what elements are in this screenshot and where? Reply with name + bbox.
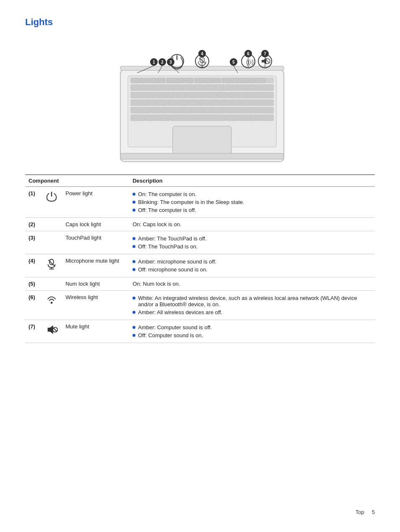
component-description: On: The computer is on.Blinking: The com…	[129, 187, 375, 218]
bullet-dot	[132, 209, 135, 212]
table-row: (3)TouchPad lightAmber: The TouchPad is …	[25, 231, 375, 254]
bullet-dot	[132, 237, 135, 240]
svg-rect-45	[131, 100, 146, 106]
component-description: Amber: The TouchPad is off.Off: The Touc…	[129, 231, 375, 254]
bullet-text: On: The computer is on.	[138, 191, 196, 197]
col-component: Component	[25, 175, 62, 187]
svg-text:7: 7	[264, 52, 266, 56]
component-number: (6)	[25, 291, 42, 320]
bullet-text: Amber: microphone sound is off.	[138, 258, 216, 265]
component-icon	[42, 218, 62, 231]
table-row: (1) Power lightOn: The computer is on.Bl…	[25, 187, 375, 218]
bullet-dot	[132, 334, 135, 337]
bullet-item: Off: microphone sound is on.	[132, 266, 371, 274]
bullet-dot	[132, 201, 135, 204]
svg-rect-36	[176, 92, 185, 98]
svg-rect-64	[204, 107, 213, 113]
laptop-diagram: ((ı)) 1 2 3 4 5 6 7	[95, 36, 305, 166]
component-description: On: Num lock is on.	[129, 277, 375, 291]
svg-point-119	[51, 302, 53, 304]
svg-text:3: 3	[169, 60, 172, 65]
svg-rect-10	[195, 78, 203, 83]
svg-line-122	[54, 328, 57, 331]
svg-rect-3	[131, 78, 138, 83]
bullet-text: Off: The computer is off.	[138, 207, 196, 213]
bullet-dot	[132, 245, 135, 248]
component-icon	[42, 231, 62, 254]
svg-rect-58	[131, 107, 150, 113]
component-number: (5)	[25, 277, 42, 291]
svg-rect-19	[141, 85, 151, 90]
svg-rect-25	[204, 85, 213, 90]
svg-rect-34	[155, 92, 164, 98]
svg-rect-62	[183, 107, 192, 113]
bullet-dot	[132, 311, 135, 314]
component-name: Microphone mute light	[62, 254, 129, 277]
components-table: Component Description (1) Power lightOn:…	[25, 174, 375, 343]
svg-rect-43	[249, 92, 273, 98]
svg-rect-79	[120, 153, 284, 159]
component-icon	[42, 320, 62, 343]
svg-rect-75	[249, 115, 258, 121]
svg-text:2: 2	[161, 60, 164, 65]
bullet-dot	[132, 268, 135, 271]
component-name: Mute light	[62, 320, 129, 343]
svg-rect-74	[239, 115, 248, 121]
footer-page: 5	[372, 509, 375, 515]
bullet-text: Blinking: The computer is in the Sleep s…	[138, 199, 244, 205]
bullet-text: Amber: Computer sound is off.	[138, 324, 212, 331]
bullet-item: Blinking: The computer is in the Sleep s…	[132, 198, 371, 206]
bullet-text: Off: microphone sound is on.	[138, 266, 208, 273]
svg-rect-71	[158, 115, 169, 121]
svg-rect-4	[140, 78, 147, 83]
component-name: Power light	[62, 187, 129, 218]
svg-rect-11	[204, 78, 211, 83]
bullet-item: Amber: The TouchPad is off.	[132, 235, 371, 243]
bullet-dot	[132, 326, 135, 329]
svg-text:((ı)): ((ı))	[246, 59, 256, 65]
table-row: (6) Wireless lightWhite: An integrated w…	[25, 291, 375, 320]
svg-rect-9	[185, 78, 192, 83]
bullet-text: Off: Computer sound is on.	[138, 332, 203, 338]
svg-rect-76	[260, 115, 273, 121]
component-description: White: An integrated wireless device, su…	[129, 291, 375, 320]
table-row: (7) Mute lightAmber: Computer sound is o…	[25, 320, 375, 343]
svg-rect-52	[210, 100, 219, 106]
svg-rect-63	[193, 107, 203, 113]
svg-rect-5	[148, 78, 156, 83]
svg-rect-29	[246, 85, 255, 90]
bullet-item: Off: The computer is off.	[132, 206, 371, 214]
svg-rect-49	[179, 100, 188, 106]
component-number: (2)	[25, 218, 42, 231]
bullet-item: White: An integrated wireless device, su…	[132, 294, 371, 308]
svg-rect-40	[218, 92, 227, 98]
component-icon	[42, 291, 62, 320]
svg-text:4: 4	[201, 52, 203, 56]
svg-rect-77	[173, 126, 231, 155]
svg-rect-16	[249, 78, 265, 83]
svg-rect-7	[167, 78, 175, 83]
svg-rect-72	[171, 115, 225, 121]
col-description: Description	[129, 175, 375, 187]
svg-rect-70	[146, 115, 157, 121]
svg-rect-35	[166, 92, 175, 98]
svg-rect-41	[229, 92, 238, 98]
svg-rect-30	[257, 85, 273, 90]
svg-rect-69	[131, 115, 145, 121]
svg-marker-90	[262, 58, 266, 65]
bullet-item: Amber: microphone sound is off.	[132, 258, 371, 266]
svg-marker-120	[48, 325, 53, 334]
svg-rect-15	[240, 78, 248, 83]
svg-rect-14	[231, 78, 239, 83]
component-number: (4)	[25, 254, 42, 277]
bullet-item: Off: Computer sound is on.	[132, 331, 371, 339]
col-component-spacer	[62, 175, 129, 187]
bullet-text: Amber: All wireless devices are off.	[138, 309, 222, 315]
svg-rect-32	[131, 92, 143, 98]
svg-rect-51	[200, 100, 209, 106]
component-description: On: Caps lock is on.	[129, 218, 375, 231]
component-icon	[42, 254, 62, 277]
component-description: Amber: microphone sound is off.Off: micr…	[129, 254, 375, 277]
svg-rect-48	[168, 100, 177, 106]
svg-rect-54	[231, 100, 240, 106]
